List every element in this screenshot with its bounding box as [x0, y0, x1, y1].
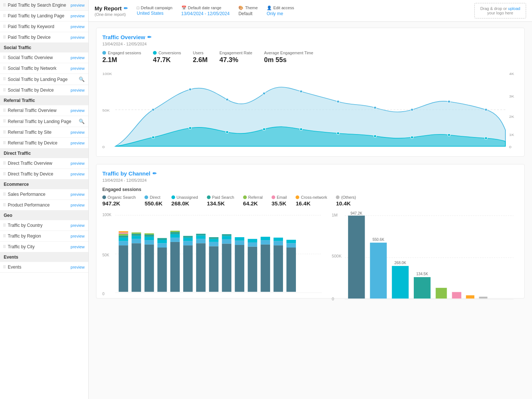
user-icon: 👤 — [267, 6, 272, 10]
sidebar-item-preview-link[interactable]: preview — [71, 172, 85, 176]
sidebar-item[interactable]: ⠿Social Traffic by Landing Page🔍 — [0, 74, 88, 85]
sidebar-item[interactable]: ⠿Traffic by Citypreview — [0, 242, 88, 252]
channel-title: Traffic by Channel ✏ — [102, 170, 518, 177]
svg-rect-88 — [273, 238, 283, 241]
sidebar-item[interactable]: ⠿Referral Traffic by Devicepreview — [0, 138, 88, 149]
channel-metric-item: Email35.5K — [272, 195, 287, 207]
drag-handle-icon: ⠿ — [3, 130, 6, 135]
drag-handle-icon: ⠿ — [3, 234, 6, 239]
svg-text:3K: 3K — [509, 94, 514, 98]
main-panel: My Report ✏ (One-time report) □ Default … — [89, 0, 532, 399]
sidebar-item-preview-link[interactable]: preview — [71, 245, 85, 249]
channel-metric-value: 35.5K — [272, 200, 287, 207]
svg-rect-74 — [222, 239, 232, 244]
sidebar-item[interactable]: ⠿Paid Traffic by Landing Pagepreview — [0, 11, 88, 21]
logo-upload-link[interactable]: upload — [508, 6, 520, 11]
svg-rect-107 — [452, 292, 461, 299]
sidebar-item[interactable]: ⠿Social Traffic by Devicepreview — [0, 85, 88, 96]
svg-rect-42 — [132, 243, 141, 292]
svg-rect-59 — [170, 232, 180, 234]
sidebar-item-preview-link[interactable]: preview — [71, 130, 85, 134]
edit-overview-icon[interactable]: ✏ — [147, 34, 151, 40]
sidebar-section-events: Events — [0, 252, 88, 262]
svg-rect-66 — [196, 239, 206, 243]
edit-channel-icon[interactable]: ✏ — [153, 171, 157, 176]
sidebar-item[interactable]: ⠿Referral Traffic by Sitepreview — [0, 127, 88, 138]
sidebar-item[interactable]: ⠿Sales Performancepreview — [0, 189, 88, 200]
sidebar-item-preview-link[interactable]: preview — [71, 55, 85, 60]
sidebar-item-preview-link[interactable]: preview — [71, 108, 85, 113]
svg-rect-57 — [170, 238, 180, 242]
sidebar-item[interactable]: ⠿Traffic by Countrypreview — [0, 220, 88, 231]
content-area: Traffic Overview ✏ 13/04/2024 - 12/05/20… — [89, 22, 532, 399]
svg-text:0: 0 — [332, 297, 334, 301]
drag-handle-icon: ⠿ — [3, 192, 6, 197]
svg-rect-80 — [248, 247, 258, 292]
campaign-value[interactable]: United States — [137, 11, 163, 16]
sidebar-item[interactable]: ⠿Direct Traffic by Devicepreview — [0, 169, 88, 180]
channel-metric-value: 134.5K — [207, 200, 234, 207]
sidebar-item-preview-link[interactable]: preview — [71, 3, 85, 7]
svg-rect-71 — [209, 239, 219, 242]
svg-rect-38 — [119, 235, 128, 238]
sidebar-item[interactable]: ⠿Product Performancepreview — [0, 200, 88, 211]
sidebar-item-preview-link[interactable]: preview — [71, 14, 85, 18]
sidebar-item-label: Referral Traffic by Device — [8, 140, 58, 146]
channel-charts-row: 100K 50K 0 — [102, 211, 518, 292]
svg-text:1K: 1K — [509, 133, 514, 137]
sidebar-item-label: Paid Traffic by Device — [8, 35, 51, 40]
svg-rect-40 — [119, 232, 128, 233]
svg-rect-100 — [370, 243, 387, 299]
svg-text:500K: 500K — [332, 254, 342, 258]
sidebar-item[interactable]: ⠿Referral Traffic Overviewpreview — [0, 105, 88, 116]
svg-rect-91 — [286, 240, 296, 243]
sidebar-item[interactable]: ⠿Direct Traffic Overviewpreview — [0, 158, 88, 169]
svg-rect-51 — [144, 233, 154, 235]
svg-rect-49 — [144, 237, 154, 240]
svg-point-20 — [189, 127, 192, 129]
svg-point-27 — [448, 134, 451, 136]
sidebar-item-preview-link[interactable]: preview — [71, 223, 85, 228]
svg-rect-45 — [132, 234, 141, 236]
metric-dot — [153, 51, 157, 55]
sidebar-item-search-icon[interactable]: 🔍 — [79, 76, 85, 82]
sidebar-item-preview-link[interactable]: preview — [71, 265, 85, 269]
sidebar-item-search-icon[interactable]: 🔍 — [79, 119, 85, 124]
sidebar-item[interactable]: ⠿Paid Traffic by Devicepreview — [0, 32, 88, 43]
page-icon: □ — [137, 6, 139, 10]
svg-rect-36 — [119, 241, 128, 246]
sidebar-item[interactable]: ⠿Social Traffic Overviewpreview — [0, 52, 88, 63]
svg-rect-54 — [157, 240, 167, 243]
traffic-overview-chart: 100K 50K 0 4K 3K 2K 1K 0 — [102, 69, 518, 150]
channel-dot — [296, 195, 299, 199]
sidebar-item[interactable]: ⠿Paid Traffic by Keywordpreview — [0, 21, 88, 32]
channel-metric-value: 947.2K — [102, 200, 136, 207]
logo-drop-zone[interactable]: Drag & drop or uploadyour logo here — [474, 3, 526, 18]
sidebar-item-preview-link[interactable]: preview — [71, 192, 85, 197]
sidebar-item-label: Direct Traffic by Device — [8, 171, 53, 177]
svg-text:947.2K: 947.2K — [351, 211, 362, 215]
sidebar-item-preview-link[interactable]: preview — [71, 203, 85, 207]
sidebar-item-preview-link[interactable]: preview — [71, 24, 85, 29]
svg-rect-102 — [392, 266, 409, 299]
sidebar-item-preview-link[interactable]: preview — [71, 88, 85, 92]
sidebar-item-label: Direct Traffic Overview — [8, 161, 52, 166]
sidebar-item[interactable]: ⠿Paid Traffic by Search Enginepreview — [0, 0, 88, 11]
sidebar-section-direct-traffic: Direct Traffic — [0, 149, 88, 158]
date-value[interactable]: 13/04/2024 - 12/05/2024 — [181, 11, 230, 16]
sidebar-item-preview-link[interactable]: preview — [71, 141, 85, 145]
sidebar-item-preview-link[interactable]: preview — [71, 66, 85, 71]
channel-metric-item: Organic Search947.2K — [102, 195, 136, 207]
sidebar-item[interactable]: ⠿Eventspreview — [0, 262, 88, 273]
sidebar-item[interactable]: ⠿Traffic by Regionpreview — [0, 231, 88, 242]
svg-rect-69 — [209, 246, 219, 291]
svg-rect-47 — [144, 245, 154, 292]
sidebar-item-preview-link[interactable]: preview — [71, 161, 85, 166]
sidebar-item-preview-link[interactable]: preview — [71, 35, 85, 40]
access-value[interactable]: Only me — [267, 11, 283, 16]
sidebar-item-preview-link[interactable]: preview — [71, 234, 85, 238]
theme-value[interactable]: Default — [238, 11, 252, 16]
sidebar-item[interactable]: ⠿Referral Traffic by Landing Page🔍 — [0, 116, 88, 127]
edit-title-icon[interactable]: ✏ — [124, 6, 128, 11]
sidebar-item[interactable]: ⠿Social Traffic by Networkpreview — [0, 63, 88, 74]
